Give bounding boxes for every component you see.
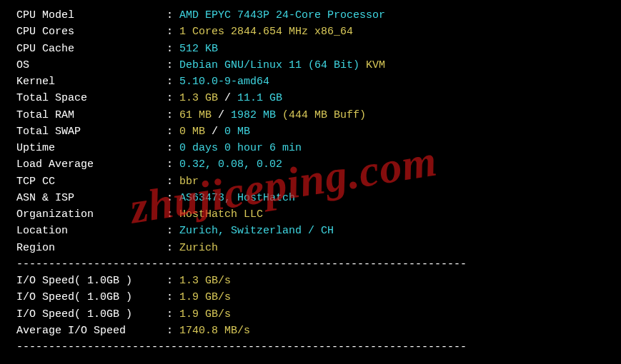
row-separator: :	[160, 242, 179, 254]
info-row: Total RAM : 61 MB / 1982 MB (444 MB Buff…	[10, 107, 611, 123]
row-label: CPU Model	[10, 7, 160, 24]
row-label: Total Space	[10, 90, 160, 106]
row-separator: :	[160, 308, 179, 320]
info-row: Region : Zurich	[10, 240, 611, 256]
row-separator: :	[160, 109, 179, 121]
info-row: Average I/O Speed : 1740.8 MB/s	[10, 323, 611, 339]
row-label: Kernel	[10, 74, 160, 90]
row-value-part: 1.9 GB/s	[179, 308, 231, 320]
row-value-part: 1.9 GB/s	[179, 291, 231, 303]
row-separator: :	[160, 325, 179, 337]
row-value-part: (444 MB Buff)	[282, 109, 366, 121]
info-row: Load Average : 0.32, 0.08, 0.02	[10, 156, 611, 173]
row-label: CPU Cores	[10, 24, 160, 40]
row-label: Location	[10, 223, 160, 239]
row-separator: :	[160, 92, 179, 104]
row-value-part: 0 MB	[224, 126, 250, 138]
row-value-part: 0 MB	[179, 126, 212, 138]
divider-line: ----------------------------------------…	[10, 339, 611, 355]
row-label: Total RAM	[10, 107, 160, 123]
terminal-output: CPU Model : AMD EPYC 7443P 24-Core Proce…	[10, 7, 611, 355]
info-row: Total Space : 1.3 GB / 11.1 GB	[10, 90, 611, 106]
row-label: I/O Speed( 1.0GB )	[10, 306, 160, 323]
row-value-part: Zurich, Switzerland / CH	[179, 225, 334, 237]
info-row: CPU Cores : 1 Cores 2844.654 MHz x86_64	[10, 24, 611, 40]
row-value-part: /	[224, 92, 237, 104]
row-label: Organization	[10, 206, 160, 223]
row-separator: :	[160, 192, 179, 204]
row-separator: :	[160, 26, 179, 38]
row-label: Total SWAP	[10, 123, 160, 140]
info-row: Location : Zurich, Switzerland / CH	[10, 223, 611, 239]
row-separator: :	[160, 291, 179, 303]
divider-line: ----------------------------------------…	[10, 256, 611, 273]
info-row: I/O Speed( 1.0GB ) : 1.9 GB/s	[10, 289, 611, 305]
row-separator: :	[160, 59, 179, 71]
row-value-part: Debian GNU/Linux 11 (64 Bit)	[179, 59, 366, 71]
row-value-part: 1 Cores 2844.654 MHz x86_64	[179, 26, 353, 38]
row-label: CPU Cache	[10, 41, 160, 57]
row-label: OS	[10, 57, 160, 74]
row-separator: :	[160, 76, 179, 88]
info-row: CPU Cache : 512 KB	[10, 41, 611, 57]
row-value-part: /	[218, 109, 231, 121]
row-value-part: 0 days 0 hour 6 min	[179, 142, 302, 154]
row-value-part: 11.1 GB	[237, 92, 282, 104]
row-label: ASN & ISP	[10, 190, 160, 206]
info-row: TCP CC : bbr	[10, 173, 611, 190]
row-value-part: Zurich	[179, 242, 218, 254]
row-separator: :	[160, 275, 179, 287]
row-value-part: 1.3 GB/s	[179, 275, 231, 287]
row-value-part: 1740.8 MB/s	[179, 325, 250, 337]
row-label: Uptime	[10, 140, 160, 156]
row-label: TCP CC	[10, 173, 160, 190]
row-separator: :	[160, 142, 179, 154]
row-label: Load Average	[10, 156, 160, 173]
row-value-part: 1.3 GB	[179, 92, 224, 104]
info-row: ASN & ISP : AS63473, HostHatch	[10, 190, 611, 206]
row-separator: :	[160, 176, 179, 188]
row-label: I/O Speed( 1.0GB )	[10, 273, 160, 289]
row-value-part: 61 MB	[179, 109, 218, 121]
info-row: Total SWAP : 0 MB / 0 MB	[10, 123, 611, 140]
info-row: Kernel : 5.10.0-9-amd64	[10, 74, 611, 90]
info-row: Organization : HostHatch LLC	[10, 206, 611, 223]
row-value-part: 5.10.0-9-amd64	[179, 76, 269, 88]
row-value-part: bbr	[179, 176, 199, 188]
row-value-part: 512 KB	[179, 43, 218, 55]
row-value-part: 0.32, 0.08, 0.02	[179, 158, 282, 171]
row-value-part: KVM	[366, 59, 385, 71]
row-separator: :	[160, 208, 179, 221]
row-separator: :	[160, 225, 179, 237]
info-row: I/O Speed( 1.0GB ) : 1.9 GB/s	[10, 306, 611, 323]
info-row: I/O Speed( 1.0GB ) : 1.3 GB/s	[10, 273, 611, 289]
info-row: OS : Debian GNU/Linux 11 (64 Bit) KVM	[10, 57, 611, 74]
row-separator: :	[160, 158, 179, 171]
row-value-part: AMD EPYC 7443P 24-Core Processor	[179, 9, 385, 21]
row-separator: :	[160, 43, 179, 55]
info-row: CPU Model : AMD EPYC 7443P 24-Core Proce…	[10, 7, 611, 24]
row-label: I/O Speed( 1.0GB )	[10, 289, 160, 305]
info-row: Uptime : 0 days 0 hour 6 min	[10, 140, 611, 156]
row-separator: :	[160, 126, 179, 138]
row-value-part: /	[212, 126, 224, 138]
row-value-part: AS63473, HostHatch	[179, 192, 295, 204]
row-value-part: 1982 MB	[231, 109, 282, 121]
row-value-part: HostHatch LLC	[179, 208, 263, 221]
row-separator: :	[160, 9, 179, 21]
row-label: Region	[10, 240, 160, 256]
row-label: Average I/O Speed	[10, 323, 160, 339]
